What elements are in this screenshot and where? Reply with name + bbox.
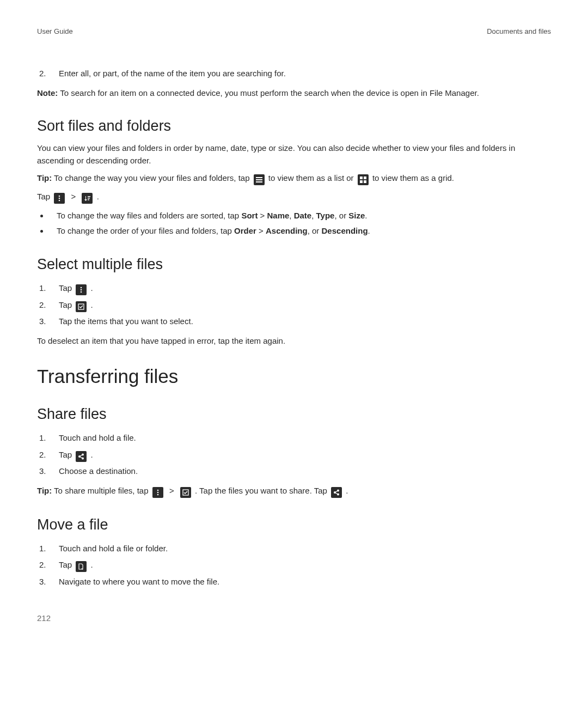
list-item: Tap . [39, 297, 551, 313]
txt: To change the way you view your files an… [52, 173, 252, 182]
svg-rect-5 [360, 180, 363, 183]
txt: Tap [59, 450, 74, 459]
txt: To change the order of your files and fo… [57, 226, 234, 235]
bold: Order [234, 226, 256, 235]
select-icon [76, 301, 87, 312]
page-number: 212 [37, 613, 551, 623]
svg-point-21 [157, 491, 158, 493]
header-left: User Guide [37, 27, 73, 35]
svg-point-20 [157, 489, 158, 491]
note-paragraph: Note: To search for an item on a connect… [37, 87, 551, 100]
note-label: Note: [37, 88, 58, 98]
share-icon [76, 451, 87, 462]
list-view-icon [254, 174, 265, 185]
svg-rect-1 [256, 179, 262, 180]
tip-label: Tip: [37, 173, 52, 182]
svg-point-14 [81, 289, 82, 291]
move-file-icon [76, 561, 87, 572]
svg-rect-4 [364, 176, 366, 179]
sort-tap-line: Tap > . [37, 191, 551, 204]
svg-point-22 [157, 494, 158, 495]
list-item: Tap . [39, 557, 551, 573]
svg-point-15 [81, 291, 82, 293]
txt: Tap [59, 283, 74, 293]
sort-bullet-list: To change the way files and folders are … [37, 209, 551, 238]
sort-icon [82, 193, 93, 204]
heading-move: Move a file [37, 516, 551, 533]
share-tip: Tip: To share multiple files, tap > . Ta… [37, 485, 551, 498]
txt: , [289, 211, 293, 220]
list-item: Navigate to where you want to move the f… [39, 574, 551, 590]
svg-rect-3 [360, 176, 363, 179]
txt: To share multiple files, tap [52, 486, 150, 495]
txt: . [368, 226, 370, 235]
heading-sort: Sort files and folders [37, 118, 551, 135]
bold: Descending [322, 226, 368, 235]
bold: Date [294, 211, 312, 220]
txt: , or [334, 211, 348, 220]
txt: , or [308, 226, 322, 235]
more-options-icon [152, 487, 163, 498]
sort-tip: Tip: To change the way you view your fil… [37, 172, 551, 185]
svg-point-9 [59, 200, 60, 202]
select-icon [180, 487, 191, 498]
list-item: Tap . [39, 281, 551, 296]
tip-label: Tip: [37, 486, 52, 495]
move-steps: Touch and hold a file or folder. Tap . N… [37, 541, 551, 590]
list-item: Touch and hold a file. [39, 430, 551, 446]
sort-desc: You can view your files and folders in o… [37, 142, 551, 167]
list-item: Touch and hold a file or folder. [39, 541, 551, 557]
txt: Tap [59, 560, 74, 569]
note-text: To search for an item on a connected dev… [58, 88, 479, 98]
txt: . [91, 300, 93, 309]
heading-share: Share files [37, 406, 551, 423]
step-text: Enter all, or part, of the name of the i… [59, 69, 286, 78]
txt: To change the way files and folders are … [57, 211, 241, 220]
svg-rect-10 [88, 196, 90, 197]
txt: . [91, 283, 93, 293]
list-item: Enter all, or part, of the name of the i… [39, 66, 551, 82]
list-item: To change the order of your files and fo… [49, 224, 551, 238]
txt: Navigate to where you want to move the f… [59, 577, 219, 586]
separator: > [169, 486, 176, 495]
txt: Tap the items that you want to select. [59, 317, 193, 326]
share-steps: Touch and hold a file. Tap . Choose a de… [37, 430, 551, 479]
svg-rect-2 [256, 181, 262, 182]
txt: Touch and hold a file. [59, 433, 136, 442]
list-item: Choose a destination. [39, 464, 551, 479]
svg-rect-12 [88, 199, 89, 200]
bold: Type [316, 211, 335, 220]
txt: Tap [37, 192, 52, 201]
svg-point-8 [59, 198, 60, 199]
bold: Ascending [266, 226, 308, 235]
txt: . [365, 211, 367, 220]
txt: to view them as a grid. [372, 173, 454, 182]
txt: . [91, 560, 93, 569]
heading-select-multiple: Select multiple files [37, 256, 551, 273]
txt: . [91, 450, 93, 459]
share-icon [331, 487, 342, 498]
svg-point-13 [81, 287, 82, 289]
txt: . [97, 192, 99, 201]
txt: > [258, 211, 267, 220]
txt: . [346, 486, 348, 495]
separator: > [71, 192, 78, 201]
heading-transferring: Transferring files [37, 366, 551, 387]
more-options-icon [76, 284, 87, 295]
select-steps: Tap . Tap . Tap the items that you want … [37, 281, 551, 330]
bold: Sort [241, 211, 258, 220]
deselect-note: To deselect an item that you have tapped… [37, 335, 551, 348]
txt: Tap [59, 300, 74, 309]
svg-rect-6 [364, 180, 366, 183]
bold: Size [348, 211, 365, 220]
intro-step-list: Enter all, or part, of the name of the i… [37, 66, 551, 82]
txt: Choose a destination. [59, 466, 138, 476]
list-item: Tap the items that you want to select. [39, 314, 551, 330]
header-right: Documents and files [487, 27, 551, 35]
bold: Name [267, 211, 289, 220]
txt: . Tap the files you want to share. Tap [195, 486, 329, 495]
svg-point-7 [59, 196, 60, 197]
grid-view-icon [358, 174, 369, 185]
list-item: Tap . [39, 447, 551, 463]
svg-rect-0 [256, 177, 262, 178]
